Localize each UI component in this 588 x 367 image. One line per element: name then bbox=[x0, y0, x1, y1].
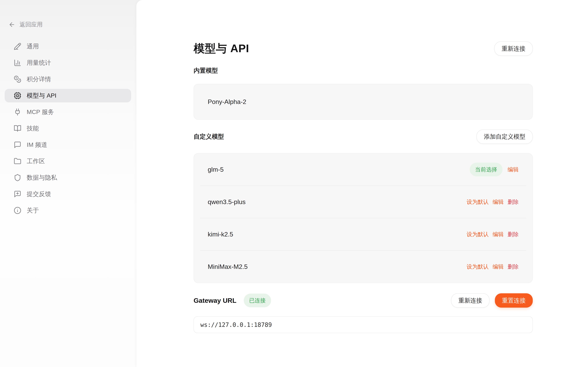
edit-action[interactable]: 编辑 bbox=[493, 198, 504, 206]
model-name: kimi-k2.5 bbox=[208, 231, 233, 238]
edit-action[interactable]: 编辑 bbox=[493, 263, 504, 271]
sidebar-item-models-api[interactable]: 模型与 API bbox=[5, 89, 131, 102]
connected-status-badge: 已连接 bbox=[244, 294, 271, 307]
message-square-plus-icon bbox=[14, 190, 21, 198]
plug-icon bbox=[14, 108, 21, 116]
builtin-models-label: 内置模型 bbox=[193, 67, 533, 75]
sidebar-item-data-privacy[interactable]: 数据与隐私 bbox=[5, 171, 131, 184]
reset-connection-button[interactable]: 重置连接 bbox=[495, 293, 533, 308]
book-open-icon bbox=[14, 125, 21, 132]
model-row-actions: 设为默认 编辑 删除 bbox=[467, 198, 519, 206]
sidebar-item-credits[interactable]: 积分详情 bbox=[5, 72, 131, 86]
set-default-action[interactable]: 设为默认 bbox=[467, 263, 489, 271]
sidebar-item-label: 积分详情 bbox=[27, 75, 51, 83]
page-header: 模型与 API 重新连接 bbox=[193, 42, 533, 56]
sidebar-item-label: MCP 服务 bbox=[27, 108, 54, 116]
sidebar-item-skills[interactable]: 技能 bbox=[5, 122, 131, 135]
model-row-qwen3-5-plus: qwen3.5-plus 设为默认 编辑 删除 bbox=[194, 186, 532, 218]
edit-action[interactable]: 编辑 bbox=[507, 166, 519, 173]
model-name: glm-5 bbox=[208, 166, 224, 173]
custom-models-header: 自定义模型 添加自定义模型 bbox=[193, 130, 533, 143]
sidebar-item-about[interactable]: 关于 bbox=[5, 204, 131, 217]
sidebar-item-label: 提交反馈 bbox=[27, 190, 51, 198]
sidebar-item-label: 用量统计 bbox=[27, 59, 51, 67]
gateway-url-input[interactable] bbox=[193, 316, 533, 333]
folder-icon bbox=[14, 157, 21, 165]
set-default-action[interactable]: 设为默认 bbox=[467, 231, 489, 238]
edit-action[interactable]: 编辑 bbox=[493, 231, 504, 238]
sidebar-item-feedback[interactable]: 提交反馈 bbox=[5, 187, 131, 201]
sidebar-item-label: 工作区 bbox=[27, 157, 45, 165]
arrow-left-icon bbox=[8, 21, 15, 28]
back-to-app-button[interactable]: 返回应用 bbox=[8, 21, 43, 28]
delete-action[interactable]: 删除 bbox=[507, 231, 519, 238]
delete-action[interactable]: 删除 bbox=[507, 263, 519, 271]
cpu-icon bbox=[14, 92, 21, 100]
page-title: 模型与 API bbox=[193, 41, 249, 56]
sidebar-nav: 通用 用量统计 积分详情 模型与 API MCP 服务 技能 bbox=[5, 40, 131, 217]
sidebar-item-label: 模型与 API bbox=[27, 92, 56, 100]
model-row-actions: 设为默认 编辑 删除 bbox=[467, 263, 519, 271]
model-name: qwen3.5-plus bbox=[208, 198, 246, 206]
sidebar-item-im-channels[interactable]: IM 频道 bbox=[5, 138, 131, 152]
sidebar-item-general[interactable]: 通用 bbox=[5, 40, 131, 53]
custom-models-label: 自定义模型 bbox=[193, 133, 224, 141]
back-to-app-label: 返回应用 bbox=[19, 21, 43, 28]
gateway-url-label: Gateway URL bbox=[193, 297, 236, 304]
bar-chart-icon bbox=[14, 59, 21, 67]
model-row-actions: 设为默认 编辑 删除 bbox=[467, 231, 519, 238]
model-row-kimi-k2-5: kimi-k2.5 设为默认 编辑 删除 bbox=[194, 218, 532, 250]
model-row-glm-5: glm-5 当前选择 编辑 bbox=[194, 153, 532, 185]
set-default-action[interactable]: 设为默认 bbox=[467, 198, 489, 206]
shield-icon bbox=[14, 174, 21, 182]
pencil-icon bbox=[14, 42, 21, 50]
settings-window: 返回应用 通用 用量统计 积分详情 模型与 API MCP 服务 bbox=[0, 0, 588, 367]
sidebar-item-mcp-services[interactable]: MCP 服务 bbox=[5, 105, 131, 119]
model-name: MiniMax-M2.5 bbox=[208, 263, 248, 270]
custom-models-card: glm-5 当前选择 编辑 qwen3.5-plus 设为默认 编辑 bbox=[193, 153, 533, 283]
builtin-model-name: Pony-Alpha-2 bbox=[208, 98, 246, 106]
sidebar-item-label: 关于 bbox=[27, 206, 39, 215]
model-row-actions: 当前选择 编辑 bbox=[470, 163, 519, 176]
reconnect-button-top[interactable]: 重新连接 bbox=[494, 42, 533, 56]
sidebar: 返回应用 通用 用量统计 积分详情 模型与 API MCP 服务 bbox=[0, 0, 136, 367]
reconnect-button[interactable]: 重新连接 bbox=[451, 293, 490, 308]
current-selection-badge: 当前选择 bbox=[470, 163, 502, 176]
sidebar-item-label: 数据与隐私 bbox=[27, 174, 57, 182]
builtin-models-card: Pony-Alpha-2 bbox=[193, 84, 533, 120]
sidebar-item-workspace[interactable]: 工作区 bbox=[5, 154, 131, 168]
add-custom-model-button[interactable]: 添加自定义模型 bbox=[476, 130, 533, 144]
main-panel: 模型与 API 重新连接 内置模型 Pony-Alpha-2 自定义模型 添加自… bbox=[136, 0, 588, 367]
sidebar-item-label: IM 频道 bbox=[27, 141, 47, 149]
delete-action[interactable]: 删除 bbox=[507, 198, 519, 206]
model-row-minimax-m2-5: MiniMax-M2.5 设为默认 编辑 删除 bbox=[194, 250, 532, 283]
sidebar-item-usage-stats[interactable]: 用量统计 bbox=[5, 56, 131, 70]
sidebar-item-label: 技能 bbox=[27, 124, 39, 133]
coins-icon bbox=[14, 75, 21, 83]
sidebar-item-label: 通用 bbox=[27, 42, 39, 50]
info-icon bbox=[14, 207, 21, 214]
gateway-section-header: Gateway URL 已连接 重新连接 重置连接 bbox=[193, 293, 533, 308]
message-square-icon bbox=[14, 141, 21, 149]
